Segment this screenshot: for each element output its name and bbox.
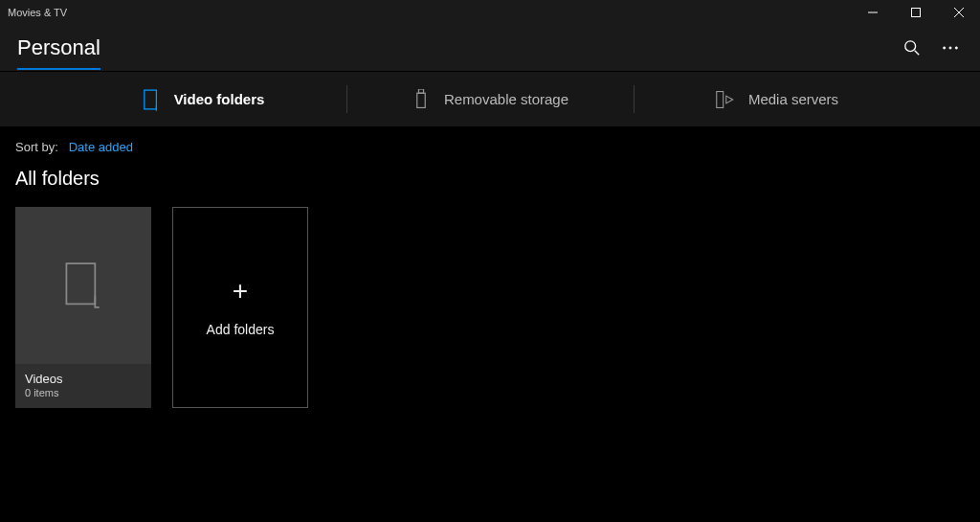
page-title-underline: [17, 68, 100, 70]
tab-label: Video folders: [174, 91, 265, 107]
page-title: Personal: [17, 35, 100, 60]
search-button[interactable]: [902, 37, 923, 58]
svg-rect-9: [144, 90, 156, 109]
folder-tile-videos[interactable]: Videos 0 items: [15, 207, 151, 408]
close-icon: [954, 8, 964, 17]
tab-label: Removable storage: [444, 91, 568, 107]
svg-rect-15: [66, 263, 95, 304]
sort-label: Sort by:: [15, 140, 58, 154]
svg-point-8: [955, 47, 957, 49]
svg-marker-14: [726, 96, 733, 103]
sort-dropdown[interactable]: Date added: [69, 140, 133, 154]
minimize-icon: [868, 8, 878, 17]
section-title: All folders: [15, 168, 965, 190]
page-title-text: Personal: [17, 35, 100, 59]
svg-point-7: [949, 47, 951, 49]
svg-rect-1: [911, 9, 920, 17]
folder-item-count: 0 items: [25, 387, 142, 398]
sort-row: Sort by: Date added: [15, 140, 965, 154]
tab-removable-storage[interactable]: Removable storage: [346, 72, 634, 126]
folder-icon: [142, 88, 161, 111]
window-controls: [851, 0, 980, 25]
minimize-button[interactable]: [851, 0, 894, 25]
svg-rect-13: [717, 91, 724, 107]
tab-media-servers[interactable]: Media servers: [634, 72, 921, 126]
folder-grid: Videos 0 items + Add folders: [15, 207, 965, 408]
more-button[interactable]: [940, 37, 961, 58]
app-title: Movies & TV: [8, 7, 67, 18]
add-folders-label: Add folders: [207, 322, 275, 337]
tab-video-folders[interactable]: Video folders: [59, 72, 346, 126]
header: Personal: [0, 25, 980, 71]
folder-meta: Videos 0 items: [15, 364, 151, 408]
content: Sort by: Date added All folders Videos 0…: [0, 126, 980, 421]
usb-icon: [412, 88, 431, 111]
folder-name: Videos: [25, 372, 142, 386]
maximize-button[interactable]: [894, 0, 937, 25]
svg-point-6: [944, 47, 946, 49]
maximize-icon: [911, 8, 921, 17]
add-folders-tile[interactable]: + Add folders: [172, 207, 308, 408]
server-icon: [716, 88, 735, 111]
plus-icon: +: [233, 278, 248, 305]
svg-rect-12: [418, 89, 423, 93]
tab-label: Media servers: [748, 91, 838, 107]
svg-point-4: [905, 41, 916, 52]
document-icon: [62, 260, 104, 311]
close-button[interactable]: [937, 0, 980, 25]
svg-line-5: [915, 51, 920, 56]
search-icon: [903, 39, 921, 57]
svg-rect-11: [417, 93, 425, 107]
more-icon: [942, 45, 959, 51]
source-tabs: Video folders Removable storage Media se…: [0, 71, 980, 126]
folder-thumbnail: [15, 207, 151, 364]
header-actions: [902, 37, 961, 58]
title-bar: Movies & TV: [0, 0, 980, 25]
